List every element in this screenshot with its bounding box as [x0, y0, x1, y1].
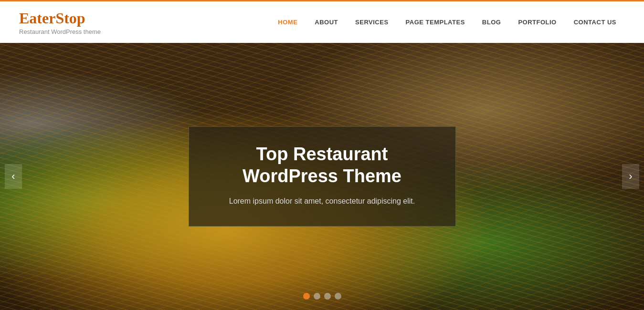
next-arrow-icon: ›	[629, 170, 632, 183]
slider-dot-2[interactable]	[314, 293, 320, 300]
slider-dot-4[interactable]	[335, 293, 341, 300]
hero-slider: ‹ Top Restaurant WordPress Theme Lorem i…	[0, 43, 644, 310]
nav-item-page-templates[interactable]: PAGE TEMPLATES	[397, 14, 474, 31]
header: EaterStop Restaurant WordPress theme HOM…	[0, 0, 644, 43]
logo-title[interactable]: EaterStop	[19, 10, 101, 27]
slider-dot-3[interactable]	[324, 293, 331, 300]
slider-dots	[303, 293, 341, 300]
slide-title: Top Restaurant WordPress Theme	[213, 144, 432, 187]
prev-arrow-icon: ‹	[11, 170, 15, 183]
nav-item-about[interactable]: ABOUT	[306, 14, 347, 31]
logo-subtitle: Restaurant WordPress theme	[19, 28, 101, 35]
logo: EaterStop Restaurant WordPress theme	[19, 10, 101, 35]
slider-prev-button[interactable]: ‹	[5, 164, 22, 189]
slide-text-overlay: Top Restaurant WordPress Theme Lorem ips…	[189, 126, 456, 227]
slider-next-button[interactable]: ›	[622, 164, 639, 189]
nav-item-home[interactable]: HOME	[269, 14, 306, 31]
nav-item-blog[interactable]: BLOG	[474, 14, 510, 31]
nav-item-services[interactable]: SERVICES	[347, 14, 397, 31]
slider-dot-1[interactable]	[303, 293, 310, 300]
slide-subtitle: Lorem ipsum dolor sit amet, consectetur …	[213, 196, 432, 207]
nav-item-portfolio[interactable]: PORTFOLIO	[509, 14, 565, 31]
main-nav: HOMEABOUTSERVICESPAGE TEMPLATESBLOGPORTF…	[269, 14, 625, 31]
nav-item-contact-us[interactable]: CONTACT US	[565, 14, 625, 31]
